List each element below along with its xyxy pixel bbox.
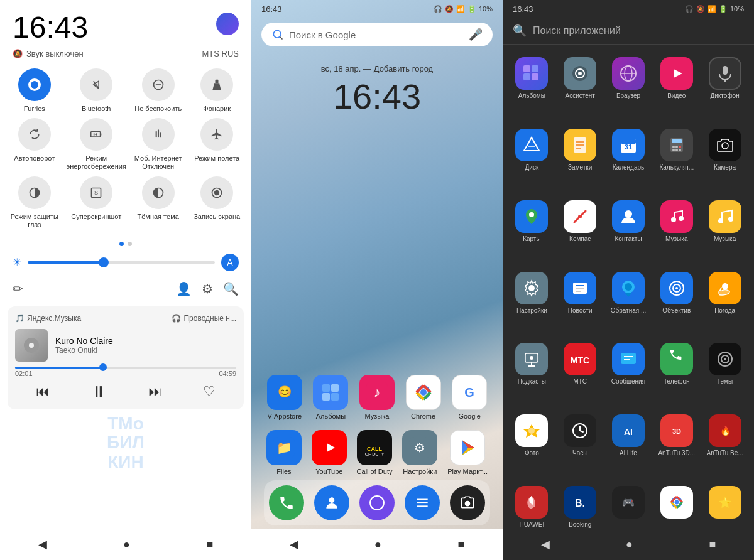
music-icon: ♪ [359,375,395,410]
app-settings[interactable]: ⚙ Настройки [402,430,437,475]
drawer-app-compass[interactable]: Компас [556,195,604,267]
app-google[interactable]: G Google [452,375,487,420]
drawer-app-browser[interactable]: Браузер [604,52,653,124]
panel2-home-button[interactable]: ● [374,538,381,551]
drawer-phone-icon [660,343,693,375]
song-title: Kuro No Claire [55,336,236,346]
panel3-recent-button[interactable]: ■ [709,538,716,551]
tile-bluetooth[interactable]: Bluetooth [67,68,126,113]
tile-screenrecord[interactable]: Запись экрана [190,176,244,229]
drawer-app-contacts[interactable]: Контакты [604,195,653,267]
drawer-app-feedback[interactable]: Обратная ... [604,267,653,338]
drawer-calculator-icon [660,129,693,161]
settings-icon[interactable]: ⚙ [202,281,213,296]
current-time: 02:01 [15,370,33,377]
drawer-app-albums[interactable]: Альбомы [508,52,556,124]
app-playmarket[interactable]: Play Маркт... [447,430,488,475]
svg-rect-108 [621,353,636,364]
drawer-app-messages[interactable]: Сообщения [604,338,653,409]
tile-darkmode[interactable]: Тёмная тема [131,176,185,229]
drawer-app-clock[interactable]: Часы [556,409,604,481]
drawer-app-mts[interactable]: MTC МТС [556,338,604,409]
next-button[interactable]: ⏭ [148,384,162,400]
tile-flashlight-label: Фонарик [203,105,231,113]
drawer-antutu-label: AnTuTu Be... [707,450,743,457]
drawer-app-news[interactable]: Новости [556,267,604,338]
dock-camera[interactable] [450,485,485,520]
chrome-label: Chrome [411,412,435,420]
app-chrome[interactable]: Chrome [406,375,441,420]
drawer-app-lens[interactable]: Объектив [652,267,701,338]
tile-airplane[interactable]: Режим полета [190,118,244,171]
panel2-back-button[interactable]: ◀ [290,537,298,551]
brightness-row[interactable]: ☀ A [0,249,251,276]
dock-contacts[interactable] [314,485,349,520]
drawer-news-label: Новости [568,307,593,315]
drawer-app-photos[interactable]: Фото [508,409,556,481]
app-music[interactable]: ♪ Музыка [359,375,395,420]
drawer-app-themes[interactable]: Темы [701,338,749,409]
panel2-recent-button[interactable]: ■ [457,538,464,551]
drawer-music1-icon [660,200,693,233]
brightness-slider[interactable] [28,261,215,264]
drawer-app-weather[interactable]: Погода [701,267,749,338]
drawer-feedback-label: Обратная ... [611,307,647,315]
drawer-app-camera[interactable]: Камера [701,124,749,195]
home-button[interactable]: ● [123,538,130,551]
drawer-app-video[interactable]: Видео [652,52,701,124]
panel3-home-button[interactable]: ● [626,538,633,551]
tile-rotate[interactable]: Автоповорот [8,118,62,171]
prev-button[interactable]: ⏮ [36,384,50,400]
drawer-app-antutu[interactable]: 🔥 AnTuTu Be... [701,409,749,481]
user-circle-icon[interactable]: 👤 [176,281,192,296]
drawer-huawei-icon [515,486,548,519]
drawer-app-settings[interactable]: Настройки [508,267,556,338]
search-icon[interactable]: 🔍 [223,281,239,296]
drawer-app-antutu3d[interactable]: 3D AnTuTu 3D... [652,409,701,481]
drawer-app-music2[interactable]: Музыка [701,195,749,267]
headphone-icon: 🎧 [172,314,181,323]
tile-furries[interactable]: Furries [8,68,62,113]
drawer-search-bar[interactable]: 🔍 Поиск приложений [503,18,754,45]
drawer-app-calculator[interactable]: Калькулят... [652,124,701,195]
dock-phone[interactable] [269,485,304,520]
user-avatar[interactable] [216,13,239,35]
tile-battery[interactable]: Режим энергосбережения [67,118,126,171]
drawer-app-maps[interactable]: Карты [508,195,556,267]
app-albums[interactable]: Альбомы [313,375,348,420]
drawer-app-music1[interactable]: Музыка [652,195,701,267]
music-progress[interactable]: 02:01 04:59 [15,367,236,377]
app-callofduty[interactable]: CALLOF DUTY Call of Duty [357,430,393,475]
app-youtube[interactable]: YouTube [312,430,347,475]
tile-flashlight[interactable]: Фонарик [190,68,244,113]
back-button[interactable]: ◀ [38,537,47,551]
tile-eyecare[interactable]: Режим защиты глаз [8,176,62,229]
svg-text:🔥: 🔥 [719,426,731,436]
google-search-bar[interactable]: Поиск в Google 🎤 [261,23,493,46]
tile-mobile[interactable]: Моб. Интернет Отключен [131,118,185,171]
mic-icon[interactable]: 🎤 [469,28,483,41]
panel3-back-button[interactable]: ◀ [541,537,550,551]
drawer-app-ailife[interactable]: AI Al Life [604,409,653,481]
play-pause-button[interactable]: ⏸ [90,382,107,402]
drawer-app-disk[interactable]: Диск [508,124,556,195]
svg-point-90 [718,218,723,223]
drawer-app-calendar[interactable]: 31 Календарь [604,124,653,195]
edit-icon[interactable]: ✏ [13,281,23,296]
drawer-app-podcasts[interactable]: Подкасты [508,338,556,409]
tile-screenshot[interactable]: S Суперскриншот [67,176,126,229]
app-files[interactable]: 📁 Files [266,430,302,475]
svg-point-101 [675,287,678,289]
app-vappstore[interactable]: 😊 V-Appstore [267,375,302,420]
drawer-app-notes[interactable]: Заметки [556,124,604,195]
drawer-compass-icon [564,200,596,233]
screenshot-icon: S [80,176,112,209]
recent-button[interactable]: ■ [206,538,213,551]
dock-launcher[interactable] [359,485,395,520]
favorite-button[interactable]: ♡ [203,384,216,400]
drawer-app-dictophone[interactable]: Диктофон [701,52,749,124]
drawer-app-phone[interactable]: Телефон [652,338,701,409]
tile-dnd[interactable]: Не беспокоить [131,68,185,113]
drawer-app-assistant[interactable]: Ассистент [556,52,604,124]
dock-menu[interactable] [405,485,440,520]
